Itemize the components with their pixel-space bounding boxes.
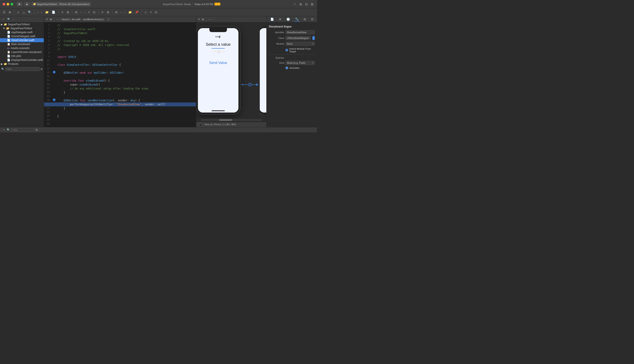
ib-grid-icon[interactable]: ⊞	[114, 10, 119, 14]
sidebar-item-main-storyboard[interactable]: 📋 Main.storyboard	[0, 42, 44, 46]
sidebar-item-products[interactable]: ▶ 📁 Products	[0, 62, 44, 66]
ib-close-icon[interactable]: ✕	[100, 10, 105, 14]
minimize-button[interactable]	[7, 3, 9, 6]
back-icon[interactable]: ‹	[36, 10, 39, 14]
scheme-selector[interactable]: 📁 SeguePassToNext › iPhone SE (2nd gener…	[32, 2, 91, 6]
sidebar-filter-btn[interactable]: 🔍	[7, 17, 11, 21]
folder-group-icon: 📂	[6, 27, 10, 30]
iphone-underline	[212, 48, 225, 48]
prev-issue-icon[interactable]: ‹	[80, 10, 83, 14]
inherit-checkbox[interactable]	[286, 49, 288, 52]
sidebar-sort-btn[interactable]: ↕	[12, 18, 15, 21]
minimap-icon[interactable]: ⊟	[92, 10, 96, 14]
next-issue-icon[interactable]: ›	[83, 10, 86, 14]
iphone-send-btn[interactable]: Send Value	[209, 61, 227, 65]
inspector-tab-attributes[interactable]: 🔧	[294, 17, 300, 22]
sidebar-item-group[interactable]: ▼ 📂 SeguePassToNext	[0, 26, 44, 30]
structure-icon[interactable]: ≡	[87, 10, 91, 14]
code-editor[interactable]: 1 // 2 // ViewController.swift 3 // Segu…	[44, 22, 196, 127]
editor-close-icon[interactable]: ✕	[60, 10, 65, 14]
view-as-device-btn[interactable]: 📱	[198, 123, 203, 126]
breakpoint-20[interactable]	[53, 98, 56, 101]
ib-pin-icon[interactable]: 📌	[134, 10, 140, 14]
inspector-tab-file[interactable]: 📄	[269, 17, 275, 21]
sidebar-item-appdelegate[interactable]: 📄 AppDelegate.swift	[0, 30, 44, 34]
sidebar-item-scenedelegate[interactable]: 📄 SceneDelegate.swift	[0, 34, 44, 38]
ib-expand-btn[interactable]: ⊠	[201, 17, 204, 21]
filter-input[interactable]	[5, 67, 40, 71]
sidebar-item-launchscreen[interactable]: 📋 LaunchScreen.storyboard	[0, 50, 44, 54]
grid-icon[interactable]: ⊞	[74, 10, 79, 14]
products-label: Products	[8, 62, 18, 66]
maximize-button[interactable]	[11, 3, 13, 6]
editor-fullscreen-icon[interactable]: ⊠	[66, 10, 70, 14]
inspector-module-row: Module None ▾	[269, 42, 315, 46]
code-line-17: 17 // Do any additional setup after load…	[44, 86, 196, 90]
sidebar-item-assets[interactable]: 🗂 Assets.xcassets	[0, 46, 44, 50]
status-filter-input[interactable]	[11, 128, 33, 132]
breadcrumb-forward-btn[interactable]: ›	[59, 17, 61, 21]
sidebar-item-root[interactable]: ▶ 📁 SeguePassToNext	[0, 22, 44, 26]
file-icon[interactable]: 📄	[51, 10, 56, 14]
status-bar-left: ＋ 🔍 ⊞	[2, 128, 39, 132]
add-button[interactable]: ＋	[292, 2, 297, 6]
sidebar-toggle-icon[interactable]: ☰	[2, 10, 7, 14]
ib-issue-icon[interactable]: ⚠	[143, 10, 148, 14]
ib-prev-icon[interactable]: ‹	[120, 10, 123, 14]
ib-view-icon[interactable]: ⊟	[154, 10, 158, 14]
ib-back-btn[interactable]: ‹	[208, 17, 210, 21]
module-value[interactable]: None ▾	[286, 42, 315, 46]
inspector-tab-quick[interactable]: ⊕	[278, 17, 283, 21]
code-line-1: 1 //	[44, 23, 196, 27]
sidebar-add-btn[interactable]: ＋	[1, 17, 6, 21]
run-button[interactable]: ▶	[17, 2, 23, 6]
kind-value[interactable]: Show (e.g. Push) ▾	[286, 61, 315, 65]
breadcrumb-function[interactable]: sendButtonAction(:)	[83, 18, 104, 21]
inspector-toggle-button[interactable]: ⊠	[310, 2, 314, 6]
title-bar-right: ＋ ⊞ ⊟ ⊠	[292, 2, 314, 6]
ib-close-btn[interactable]: ✕	[197, 17, 200, 21]
filter-options-btn[interactable]: ⊞	[41, 68, 43, 70]
ib-file-icon[interactable]: 📁	[127, 10, 133, 14]
breadcrumb-back-btn[interactable]: ‹	[56, 17, 58, 21]
bookmark-icon[interactable]: △	[22, 10, 26, 14]
ib-fullscreen-icon[interactable]: ⊠	[106, 10, 110, 14]
status-adjust-btn[interactable]: ⊞	[35, 128, 39, 132]
sidebar-item-viewcontroller[interactable]: 📄 ViewController.swift	[0, 38, 44, 42]
breakpoint-13[interactable]	[53, 71, 56, 74]
ib-scrollbar[interactable]	[200, 119, 262, 121]
class-confirm-btn[interactable]: ✓	[312, 36, 315, 40]
animates-checkbox[interactable]: ✓	[286, 66, 288, 69]
stop-button[interactable]: ■	[24, 2, 30, 6]
sidebar-item-displayvc[interactable]: 📄 DisplayViewController.swift	[0, 58, 44, 62]
editor-close-btn[interactable]: ✕	[45, 17, 48, 21]
issue-icon[interactable]: ⚠	[16, 10, 21, 14]
panel-toggle-button[interactable]: ⊟	[304, 2, 309, 6]
grid-view-icon[interactable]: ⊞	[8, 10, 12, 14]
editor-area: ✕ ⊠ ‹ › ViewCo...ller.swift › sendButton…	[44, 16, 196, 127]
title-bar: ▶ ■ 📁 SeguePassToNext › iPhone SE (2nd g…	[0, 0, 317, 8]
inspector-tab-size[interactable]: ⊞	[302, 17, 307, 21]
editor-expand-btn[interactable]: ⊠	[49, 17, 52, 21]
sidebar-item-infoplist[interactable]: 📄 Info.plist	[0, 54, 44, 58]
ib-toolbar: ✕ ⊠ ‹ ›	[196, 16, 266, 22]
ib-struct-icon[interactable]: ≡	[149, 10, 153, 14]
close-button[interactable]	[3, 3, 5, 6]
identifier-value[interactable]: ShowSecondView	[286, 30, 315, 34]
ib-fwd-btn[interactable]: ›	[211, 17, 213, 21]
issues-btn[interactable]: ⚠	[107, 17, 110, 21]
breadcrumb-file[interactable]: ViewCo...ller.swift	[61, 18, 80, 21]
inherit-label: Inherit Module From Target	[289, 48, 315, 53]
segue-arrow-container	[242, 54, 259, 86]
inspector-tab-history[interactable]: 🕐	[285, 17, 291, 21]
search-icon[interactable]: 🔍	[27, 10, 33, 14]
add-filter-btn[interactable]: ＋	[2, 128, 6, 132]
inspector-tab-connections[interactable]: ⊟	[310, 17, 315, 21]
class-value[interactable]: UIStoryboardSegue ▾	[286, 36, 311, 40]
segue-circle[interactable]	[248, 83, 252, 86]
forward-icon[interactable]: ›	[40, 10, 43, 14]
folder-icon[interactable]: 📁	[44, 10, 50, 14]
ib-next-icon[interactable]: ›	[123, 10, 126, 14]
layout-button[interactable]: ⊞	[299, 2, 303, 6]
code-line-12: 12	[44, 67, 196, 71]
